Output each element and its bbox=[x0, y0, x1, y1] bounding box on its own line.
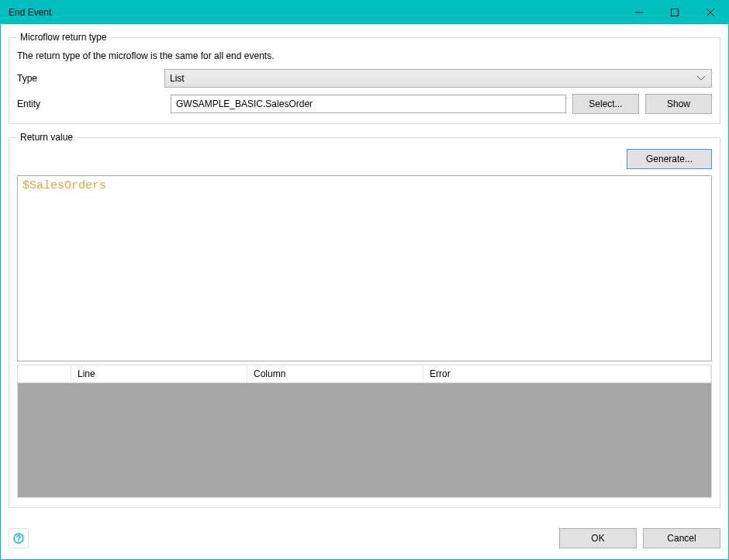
titlebar: End Event bbox=[1, 1, 728, 24]
type-combobox[interactable]: List bbox=[164, 69, 712, 88]
close-icon bbox=[707, 9, 714, 16]
microflow-return-type-group: Microflow return type The return type of… bbox=[9, 32, 720, 124]
ok-button[interactable]: OK bbox=[559, 528, 637, 548]
svg-rect-1 bbox=[672, 9, 679, 16]
close-button[interactable] bbox=[693, 1, 728, 24]
help-button[interactable] bbox=[9, 528, 29, 548]
type-label: Type bbox=[17, 73, 164, 84]
entity-field[interactable]: GWSAMPLE_BASIC.SalesOrder bbox=[171, 95, 566, 113]
minimize-button[interactable] bbox=[621, 1, 657, 24]
entity-row: Entity GWSAMPLE_BASIC.SalesOrder Select.… bbox=[17, 94, 712, 114]
error-col-icon[interactable] bbox=[18, 365, 71, 382]
help-icon bbox=[13, 533, 24, 544]
dialog-client-area: Microflow return type The return type of… bbox=[1, 24, 728, 522]
show-entity-button[interactable]: Show bbox=[645, 94, 712, 114]
dialog-footer: OK Cancel bbox=[1, 522, 728, 559]
window-controls bbox=[621, 1, 728, 24]
cancel-button[interactable]: Cancel bbox=[643, 528, 720, 548]
microflow-return-type-legend: Microflow return type bbox=[17, 32, 109, 43]
chevron-down-icon bbox=[694, 76, 708, 81]
error-table: Line Column Error bbox=[17, 365, 712, 498]
error-col-line[interactable]: Line bbox=[71, 365, 247, 382]
maximize-button[interactable] bbox=[657, 1, 693, 24]
type-value: List bbox=[170, 73, 185, 84]
expression-editor[interactable]: $SalesOrders bbox=[17, 175, 712, 361]
generate-row: Generate... bbox=[17, 149, 712, 169]
error-table-header: Line Column Error bbox=[17, 365, 712, 383]
maximize-icon bbox=[671, 9, 679, 16]
dialog-window: End Event Microflow return type The retu… bbox=[0, 0, 729, 560]
footer-buttons: OK Cancel bbox=[559, 528, 720, 548]
return-type-description: The return type of the microflow is the … bbox=[17, 50, 712, 61]
entity-label: Entity bbox=[17, 99, 164, 109]
type-row: Type List bbox=[17, 69, 712, 88]
window-title: End Event bbox=[1, 7, 51, 18]
error-col-column[interactable]: Column bbox=[247, 365, 423, 382]
error-table-body bbox=[17, 383, 712, 498]
return-value-legend: Return value bbox=[17, 132, 76, 143]
minimize-icon bbox=[635, 9, 643, 16]
return-value-group: Return value Generate... $SalesOrders Li… bbox=[9, 132, 720, 508]
svg-point-5 bbox=[18, 541, 19, 542]
error-col-error[interactable]: Error bbox=[423, 365, 711, 382]
select-entity-button[interactable]: Select... bbox=[572, 94, 639, 114]
generate-button[interactable]: Generate... bbox=[627, 149, 712, 169]
entity-value: GWSAMPLE_BASIC.SalesOrder bbox=[176, 99, 313, 109]
